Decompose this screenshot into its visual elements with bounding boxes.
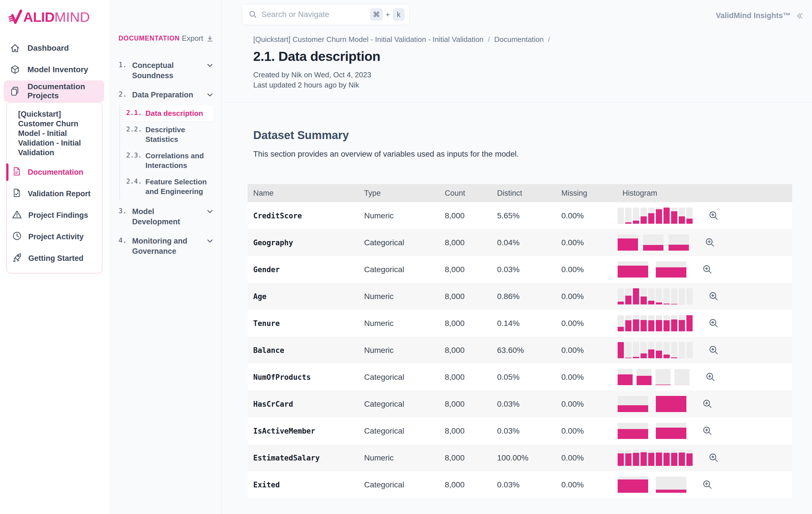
cell-name: Gender: [248, 265, 358, 274]
histogram-bar: [656, 342, 662, 358]
dataset-summary-table: NameTypeCountDistinctMissingHistogramCre…: [248, 184, 792, 498]
histogram-bar: [625, 450, 632, 466]
histogram-bar: [664, 450, 670, 466]
zoom-histogram-button[interactable]: [708, 453, 719, 463]
table-row-estimatedsalary: EstimatedSalaryNumeric8,000100.00%0.00%: [248, 444, 792, 471]
zoom-histogram-button[interactable]: [708, 210, 719, 221]
histogram-bar: [656, 369, 670, 385]
histogram-bar: [633, 450, 639, 466]
zoom-histogram-button[interactable]: [702, 426, 713, 436]
export-button[interactable]: Export: [182, 34, 214, 43]
histogram-bar: [669, 235, 689, 251]
histogram-bar: [643, 235, 664, 251]
breadcrumb-link[interactable]: [Quickstart] Customer Churn Model - Init…: [253, 35, 484, 44]
breadcrumb-link[interactable]: Documentation: [494, 35, 544, 44]
toc-section-number: 3.: [119, 207, 130, 215]
sidebar-item-documentation-projects[interactable]: Documentation Projects: [4, 80, 104, 102]
histogram-bar: [618, 288, 624, 304]
histogram-bar: [618, 208, 624, 224]
cell-type: Numeric: [358, 292, 439, 301]
histogram-bar: [656, 450, 662, 466]
logo-check-icon: [8, 9, 23, 25]
breadcrumb-separator: /: [484, 35, 494, 44]
documentation-toc: DOCUMENTATION Export 1.Conceptual Soundn…: [110, 0, 222, 514]
sidebar-item-project[interactable]: [Quickstart] Customer Churn Model - Init…: [7, 105, 102, 161]
chevron-down-icon[interactable]: [206, 91, 214, 100]
column-header-name: Name: [248, 189, 358, 198]
project-item-label: Project Findings: [28, 211, 88, 220]
project-item-getting-started[interactable]: Getting Started: [7, 247, 102, 269]
toc-section-monitoring-and-governance[interactable]: 4.Monitoring and Governance: [119, 232, 214, 261]
zoom-histogram-button[interactable]: [708, 345, 719, 355]
main-sidebar: ALID MIND DashboardModel InventoryDocume…: [0, 0, 110, 514]
column-header-histogram: Histogram: [617, 189, 792, 198]
toc-section-label: Model Development: [132, 207, 204, 227]
sidebar-item-dashboard[interactable]: Dashboard: [4, 37, 104, 59]
cell-missing: 0.00%: [556, 400, 617, 409]
zoom-histogram-button[interactable]: [702, 264, 713, 275]
project-item-project-activity[interactable]: Project Activity: [7, 226, 102, 247]
chevron-down-icon[interactable]: [206, 61, 214, 71]
chevron-down-icon[interactable]: [206, 208, 214, 217]
histogram-bar: [618, 423, 648, 439]
chevron-down-icon[interactable]: [206, 237, 214, 246]
histogram-bar: [671, 315, 677, 331]
cell-type: Categorical: [358, 427, 439, 436]
toc-item-label: Data description: [145, 108, 210, 118]
page-meta: Created by Nik on Wed, Oct 4, 2023 Last …: [253, 70, 792, 90]
histogram-bar: [656, 288, 662, 304]
zoom-histogram-button[interactable]: [708, 318, 719, 328]
app-window: ALID MIND DashboardModel InventoryDocume…: [0, 0, 812, 514]
toc-item-number: 2.3.: [126, 151, 145, 159]
toc-section-model-development[interactable]: 3.Model Development: [119, 202, 214, 232]
toc-section-label: Monitoring and Governance: [132, 236, 204, 256]
zoom-histogram-button[interactable]: [702, 480, 713, 490]
zoom-histogram-button[interactable]: [702, 399, 713, 409]
project-item-validation-report[interactable]: Validation Report: [7, 183, 102, 205]
sidebar-item-model-inventory[interactable]: Model Inventory: [4, 59, 104, 80]
toc-section-data-preparation[interactable]: 2.Data Preparation: [119, 85, 214, 105]
table-row-creditscore: CreditScoreNumeric8,0005.65%0.00%: [248, 202, 792, 229]
breadcrumb-separator: /: [544, 35, 552, 44]
histogram-bar: [633, 315, 639, 331]
cell-missing: 0.00%: [556, 373, 617, 382]
section-title: Dataset Summary: [253, 129, 792, 142]
column-header-type: Type: [358, 189, 439, 198]
cell-missing: 0.00%: [556, 265, 617, 274]
cell-histogram: [617, 342, 792, 358]
histogram-bar: [648, 208, 655, 224]
toc-item-data-description[interactable]: 2.1.Data description: [123, 105, 214, 121]
toc-subsection-list: 2.1.Data description2.2.Descriptive Stat…: [119, 105, 214, 200]
zoom-histogram-button[interactable]: [708, 291, 719, 302]
toc-section-conceptual-soundness[interactable]: 1.Conceptual Soundness: [119, 56, 214, 85]
cell-histogram: [617, 477, 792, 493]
project-item-documentation[interactable]: Documentation: [7, 161, 102, 183]
cell-missing: 0.00%: [556, 427, 617, 436]
search-input[interactable]: [258, 10, 370, 19]
toc-item-correlations-and-interactions[interactable]: 2.3.Correlations and Interactions: [123, 147, 214, 173]
project-item-label: Documentation: [28, 168, 84, 177]
page-title: 2.1. Data description: [253, 48, 792, 64]
histogram-bar: [664, 342, 670, 358]
download-icon: [206, 34, 214, 43]
sidebar-nav: DashboardModel InventoryDocumentation Pr…: [0, 37, 110, 102]
table-header-row: NameTypeCountDistinctMissingHistogram: [248, 184, 792, 202]
collapse-panel-icon[interactable]: [795, 11, 804, 20]
histogram-bar: [648, 342, 655, 358]
doc-lines-icon: [12, 166, 22, 178]
zoom-histogram-button[interactable]: [705, 237, 715, 248]
histogram-bar: [656, 477, 686, 493]
project-item-project-findings[interactable]: Project Findings: [7, 205, 102, 226]
table-row-isactivemember: IsActiveMemberCategorical8,0000.03%0.00%: [248, 417, 792, 444]
section-description: This section provides an overview of var…: [253, 150, 792, 159]
toc-item-number: 2.1.: [126, 108, 145, 116]
cell-distinct: 0.86%: [491, 292, 556, 301]
cell-name: CreditScore: [248, 212, 358, 220]
zoom-histogram-button[interactable]: [705, 372, 716, 382]
toc-item-descriptive-statistics[interactable]: 2.2.Descriptive Statistics: [123, 121, 214, 147]
breadcrumb: [Quickstart] Customer Churn Model - Init…: [253, 35, 792, 44]
toc-item-feature-selection-and-engineering[interactable]: 2.4.Feature Selection and Engineering: [123, 173, 214, 200]
warning-icon: [12, 209, 22, 221]
sidebar-item-label: Documentation Projects: [27, 82, 98, 100]
histogram-bar: [618, 342, 624, 358]
